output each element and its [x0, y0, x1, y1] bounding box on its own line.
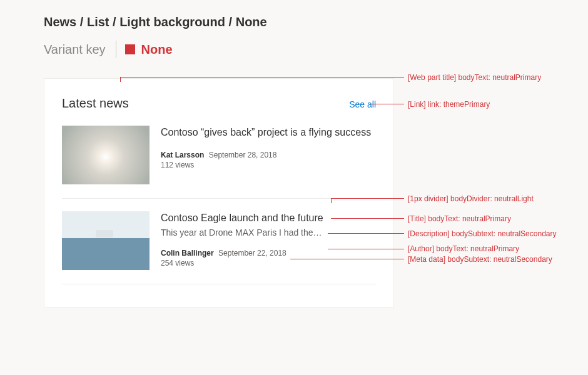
annotation-lead	[120, 77, 404, 78]
item-divider	[62, 284, 376, 284]
news-author: Colin Ballinger	[161, 249, 214, 258]
news-title: Contoso “gives back” project is a flying…	[161, 126, 376, 139]
annotation-webpart-title: [Web part title] bodyText: neutralPrimar…	[408, 73, 541, 82]
annotation-title: [Title] bodyText: neutralPrimary	[408, 214, 511, 223]
see-all-link[interactable]: See all	[349, 99, 376, 109]
variant-swatch	[125, 44, 135, 54]
news-webpart: Latest news See all Contoso “gives back”…	[44, 78, 394, 308]
news-author: Kat Larsson	[161, 151, 204, 159]
annotation-lead	[331, 218, 404, 219]
annotation-lead	[328, 233, 404, 234]
news-item[interactable]: Contoso “gives back” project is a flying…	[62, 123, 376, 194]
variant-divider	[116, 41, 116, 58]
news-views: 112 views	[161, 161, 376, 169]
breadcrumb: News / List / Light background / None	[44, 15, 573, 29]
annotation-divider: [1px divider] bodyDivider: neutralLight	[408, 194, 534, 203]
annotation-link: [Link] link: themePrimary	[408, 100, 490, 109]
annotation-author: [Author] bodyText: neutralPrimary	[408, 244, 519, 253]
annotation-lead	[372, 104, 404, 104]
variant-key-row: Variant key None	[44, 41, 573, 58]
annotation-lead	[331, 198, 404, 199]
variant-label: Variant key	[44, 42, 116, 57]
annotation-lead	[328, 249, 404, 249]
annotation-meta: [Meta data] bodySubtext: neutralSecondar…	[408, 255, 552, 264]
thumbnail-image	[62, 211, 150, 270]
news-views: 254 views	[161, 259, 376, 268]
news-description: This year at Drone MAX Paris I had the…	[161, 228, 376, 238]
variant-value: None	[141, 42, 173, 57]
thumbnail-image	[62, 126, 150, 184]
item-divider	[62, 198, 376, 199]
canvas: Latest news See all Contoso “gives back”…	[44, 78, 573, 308]
annotation-lead	[331, 198, 332, 203]
annotation-description: [Description] bodySubtext: neutralSecond…	[408, 229, 556, 238]
news-item[interactable]: Contoso Eagle launch and the future This…	[62, 209, 376, 280]
annotation-lead	[290, 259, 404, 259]
webpart-title: Latest news	[62, 96, 129, 111]
news-date: September 28, 2018	[209, 151, 277, 159]
annotation-lead	[120, 77, 121, 82]
news-date: September 22, 2018	[218, 249, 286, 258]
